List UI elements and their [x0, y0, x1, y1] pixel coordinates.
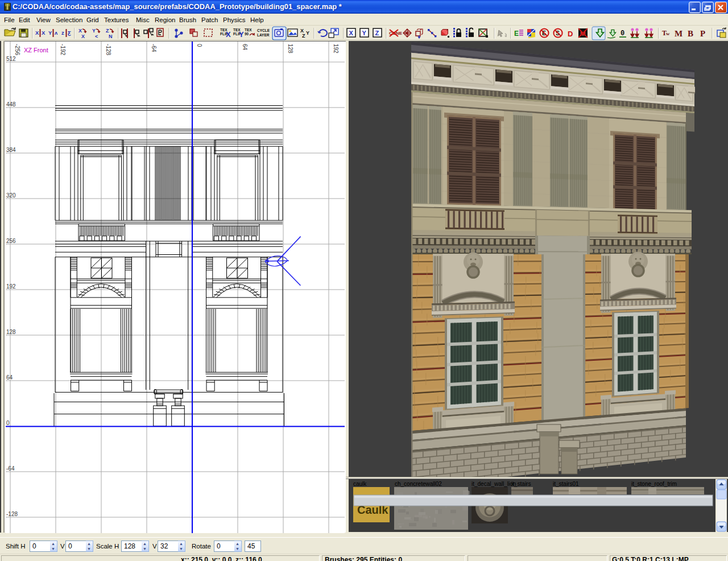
svg-text:0: 0: [6, 420, 10, 426]
svg-text:192: 192: [6, 283, 16, 290]
svg-text:<: <: [95, 34, 98, 39]
svg-text:X: X: [226, 30, 231, 39]
svg-text:-128: -128: [105, 44, 111, 55]
svg-text:-256: -256: [14, 44, 20, 55]
svg-text:X: X: [78, 28, 82, 34]
svg-text:ch_concretewall02: ch_concretewall02: [395, 481, 442, 487]
svg-text:X: X: [42, 30, 46, 36]
svg-text:X: X: [81, 34, 85, 39]
svg-text:512: 512: [6, 56, 16, 62]
svg-text:w: w: [666, 31, 670, 36]
svg-text:TEX: TEX: [245, 28, 252, 32]
svg-text:90: 90: [245, 32, 249, 36]
svg-text:z: z: [61, 30, 64, 36]
svg-text:320: 320: [6, 192, 16, 199]
svg-text:ʌ: ʌ: [55, 30, 58, 36]
svg-text:128: 128: [6, 329, 16, 335]
svg-text:E: E: [514, 30, 519, 38]
svg-text:256: 256: [6, 238, 16, 244]
svg-text:-192: -192: [60, 44, 66, 55]
svg-text:128: 128: [287, 44, 293, 53]
svg-text:Y: Y: [239, 30, 244, 39]
svg-text:X: X: [349, 30, 354, 36]
svg-text:192: 192: [333, 44, 339, 53]
svg-text:-64: -64: [151, 44, 157, 52]
svg-text:it_decal_wall_lion: it_decal_wall_lion: [471, 481, 516, 487]
svg-text:X: X: [35, 30, 39, 36]
svg-text:Y: Y: [92, 28, 96, 34]
svg-text:448: 448: [6, 101, 16, 108]
svg-text:it_stairs: it_stairs: [511, 481, 531, 487]
svg-text:Y: Y: [306, 30, 309, 36]
svg-text:XZ Front: XZ Front: [24, 47, 48, 53]
svg-text:CYCLE: CYCLE: [257, 28, 270, 32]
svg-text:LAYER: LAYER: [257, 33, 270, 37]
svg-text:it_stairs01: it_stairs01: [553, 481, 579, 487]
svg-text:B: B: [688, 29, 693, 38]
svg-text:64: 64: [6, 374, 13, 381]
svg-text:Y: Y: [362, 30, 367, 36]
svg-text:Z: Z: [375, 30, 379, 36]
svg-text:P: P: [700, 29, 705, 38]
svg-text:D: D: [568, 30, 573, 38]
svg-text:-64: -64: [6, 465, 15, 472]
svg-text:0: 0: [621, 30, 624, 38]
svg-text:caulk: caulk: [353, 481, 367, 487]
svg-text:384: 384: [6, 147, 16, 153]
svg-text:Z: Z: [106, 28, 109, 34]
svg-text:0: 0: [196, 44, 202, 47]
svg-text:Ƹ: Ƹ: [68, 30, 71, 36]
svg-text:Y: Y: [48, 30, 52, 36]
svg-text:M: M: [675, 29, 682, 38]
svg-text:N: N: [109, 34, 113, 39]
svg-text:Z: Z: [302, 33, 305, 39]
svg-text:64: 64: [242, 44, 248, 51]
svg-text:-128: -128: [6, 511, 18, 517]
svg-text:it_stone_roof_trim: it_stone_roof_trim: [631, 481, 677, 487]
